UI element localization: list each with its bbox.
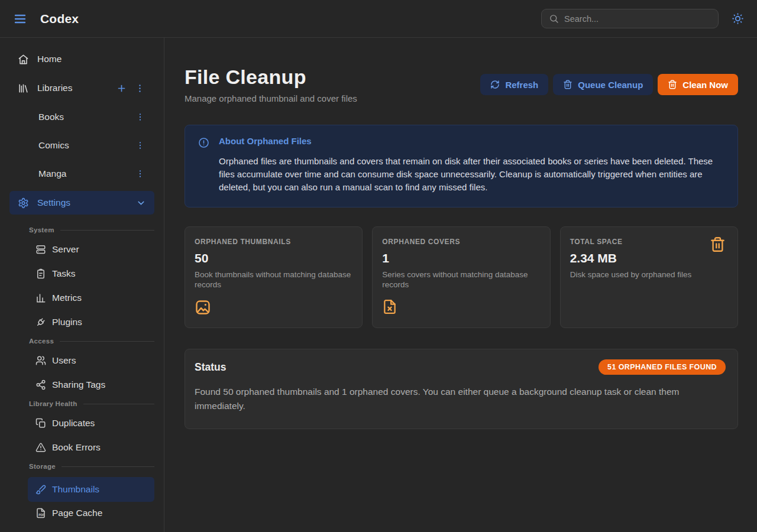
copy-icon [35, 418, 46, 429]
sun-icon [732, 12, 744, 25]
app-title: Codex [40, 12, 79, 26]
sidebar-item-book-errors[interactable]: Book Errors [28, 439, 154, 456]
share-icon [35, 379, 46, 390]
section-title: Library Health [29, 400, 77, 407]
libraries-menu-button[interactable] [134, 82, 146, 95]
section-divider [62, 466, 154, 467]
search-icon [549, 14, 559, 24]
main-content: File Cleanup Manage orphaned thumbnail a… [164, 38, 757, 532]
stat-description: Disk space used by orphaned files [570, 270, 728, 280]
sidebar-item-label: Books [38, 112, 64, 122]
trash-icon [563, 80, 572, 89]
bar-chart-icon [35, 293, 46, 303]
sidebar-item-label: Users [52, 355, 76, 366]
sidebar-item-tasks[interactable]: Tasks [28, 265, 154, 283]
theme-toggle-button[interactable] [729, 10, 746, 27]
comics-menu-button[interactable] [134, 140, 146, 151]
section-divider [60, 230, 154, 231]
stat-description: Book thumbnails without matching databas… [195, 270, 352, 290]
menu-button[interactable] [9, 8, 31, 30]
plus-icon [117, 83, 127, 93]
section-title: System [29, 226, 54, 233]
refresh-icon [490, 80, 500, 89]
stat-card-orphaned-covers: ORPHANED COVERS 1 Series covers without … [372, 226, 550, 328]
page-actions: Refresh Queue Cleanup Clean Now [480, 74, 738, 95]
sidebar-item-metrics[interactable]: Metrics [28, 289, 154, 307]
queue-cleanup-button[interactable]: Queue Cleanup [553, 74, 653, 95]
stat-value: 2.34 MB [570, 251, 728, 265]
gear-icon [18, 197, 29, 209]
chevron-down-icon [136, 198, 146, 208]
sidebar-item-thumbnails[interactable]: Thumbnails [28, 477, 154, 502]
clean-now-button[interactable]: Clean Now [658, 74, 738, 95]
sidebar-item-plugins[interactable]: Plugins [28, 313, 154, 331]
sidebar-item-label: Manga [38, 168, 66, 179]
info-panel-body: Orphaned files are thumbnails and covers… [219, 155, 726, 194]
orphaned-files-badge: 51 ORPHANED FILES FOUND [599, 359, 726, 375]
file-x-icon [382, 299, 540, 314]
refresh-button[interactable]: Refresh [480, 74, 548, 95]
sidebar-item-server[interactable]: Server [28, 241, 154, 258]
manga-menu-button[interactable] [134, 168, 146, 180]
page-subtitle: Manage orphaned thumbnail and cover file… [185, 93, 357, 103]
delete-orphaned-files-button[interactable] [710, 236, 726, 252]
sidebar-item-label: Metrics [52, 293, 82, 303]
plug-icon [35, 317, 46, 327]
library-icon [18, 83, 29, 94]
sidebar-item-label: Server [52, 244, 79, 255]
stat-card-total-space: TOTAL SPACE 2.34 MB Disk space used by o… [560, 226, 738, 328]
stat-label: TOTAL SPACE [570, 238, 728, 246]
search-bar[interactable] [541, 9, 719, 28]
stat-label: ORPHANED THUMBNAILS [195, 238, 352, 246]
sidebar-item-duplicates[interactable]: Duplicates [28, 414, 154, 432]
sidebar-item-books[interactable]: Books [9, 108, 154, 126]
section-divider [83, 404, 154, 404]
clean-now-button-label: Clean Now [682, 80, 728, 90]
dots-vertical-icon [135, 169, 145, 179]
sidebar-item-label: Tasks [52, 268, 76, 279]
sidebar-item-label: Settings [37, 197, 70, 208]
sidebar-item-settings[interactable]: Settings [9, 191, 154, 215]
server-icon [35, 244, 46, 255]
sidebar-item-manga[interactable]: Manga [9, 165, 154, 183]
app-header: Codex [0, 0, 757, 38]
section-title: Access [29, 338, 54, 345]
sidebar-item-label: Libraries [37, 83, 72, 93]
sidebar-item-label: Home [37, 54, 62, 64]
section-divider [60, 341, 154, 342]
pdf-file-icon: PDF [35, 508, 46, 518]
stat-label: ORPHANED COVERS [382, 238, 540, 246]
search-input[interactable] [564, 14, 711, 24]
stat-cards: ORPHANED THUMBNAILS 50 Book thumbnails w… [185, 226, 738, 328]
trash-icon [668, 80, 677, 89]
page-title: File Cleanup [185, 66, 357, 89]
section-title: Storage [29, 463, 56, 470]
about-orphaned-files-panel: About Orphaned Files Orphaned files are … [185, 125, 738, 207]
section-header-system: System [9, 226, 154, 233]
sidebar-item-comics[interactable]: Comics [9, 137, 154, 154]
stat-description: Series covers without matching database … [382, 270, 540, 290]
sidebar-item-page-cache[interactable]: PDF Page Cache [28, 504, 154, 522]
dots-vertical-icon [135, 112, 145, 122]
books-menu-button[interactable] [134, 111, 146, 123]
sidebar-item-sharing-tags[interactable]: Sharing Tags [28, 376, 154, 394]
info-icon [198, 137, 209, 194]
info-panel-title: About Orphaned Files [219, 136, 726, 146]
clipboard-icon [35, 268, 46, 279]
queue-cleanup-button-label: Queue Cleanup [578, 80, 643, 90]
alert-triangle-icon [35, 442, 46, 453]
sidebar-item-users[interactable]: Users [28, 352, 154, 369]
status-body: Found 50 orphaned thumbnails and 1 orpha… [195, 385, 709, 413]
add-library-button[interactable] [115, 82, 128, 95]
svg-text:PDF: PDF [38, 514, 44, 517]
section-header-storage: Storage [9, 463, 154, 470]
sidebar-item-label: Page Cache [52, 508, 102, 518]
status-heading: Status [195, 361, 226, 374]
sidebar-item-home[interactable]: Home [9, 50, 154, 68]
sidebar-item-libraries[interactable]: Libraries [9, 79, 154, 97]
trash-icon [710, 236, 726, 252]
refresh-button-label: Refresh [505, 80, 538, 90]
page-header: File Cleanup Manage orphaned thumbnail a… [185, 66, 738, 103]
dots-vertical-icon [135, 141, 145, 150]
paintbrush-icon [35, 484, 46, 495]
